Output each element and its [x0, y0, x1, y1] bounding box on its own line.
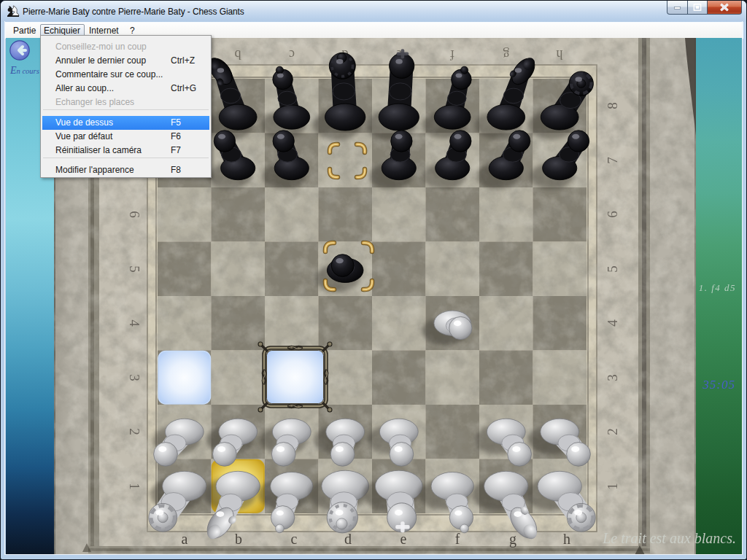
- svg-text:35:05: 35:05: [702, 378, 735, 392]
- svg-text:c: c: [291, 531, 298, 547]
- svg-text:2: 2: [127, 428, 142, 435]
- svg-text:b: b: [235, 47, 241, 62]
- svg-text:h: h: [557, 47, 563, 62]
- svg-text:8: 8: [605, 102, 620, 109]
- svg-text:6: 6: [605, 211, 620, 218]
- svg-text:4: 4: [127, 319, 142, 327]
- svg-text:b: b: [235, 531, 242, 547]
- svg-text:f: f: [450, 47, 454, 62]
- svg-text:En cours: En cours: [9, 65, 39, 76]
- svg-text:6: 6: [127, 211, 142, 218]
- svg-text:7: 7: [605, 157, 620, 164]
- svg-text:4: 4: [605, 319, 620, 327]
- svg-text:5: 5: [127, 265, 142, 273]
- svg-text:Le trait est aux blancs.: Le trait est aux blancs.: [602, 530, 736, 546]
- svg-text:3: 3: [605, 374, 620, 381]
- svg-text:1. f4 d5: 1. f4 d5: [699, 282, 736, 293]
- svg-text:2: 2: [605, 428, 620, 435]
- svg-text:g: g: [503, 47, 510, 62]
- svg-text:5: 5: [605, 265, 620, 273]
- svg-text:a: a: [182, 531, 188, 547]
- svg-text:g: g: [509, 531, 516, 548]
- svg-text:h: h: [563, 531, 570, 547]
- svg-text:1: 1: [127, 483, 142, 490]
- svg-text:1: 1: [605, 483, 620, 490]
- svg-text:e: e: [400, 531, 407, 547]
- svg-text:c: c: [289, 47, 295, 62]
- svg-text:3: 3: [127, 374, 142, 381]
- svg-text:d: d: [344, 531, 352, 547]
- svg-text:f: f: [455, 531, 460, 547]
